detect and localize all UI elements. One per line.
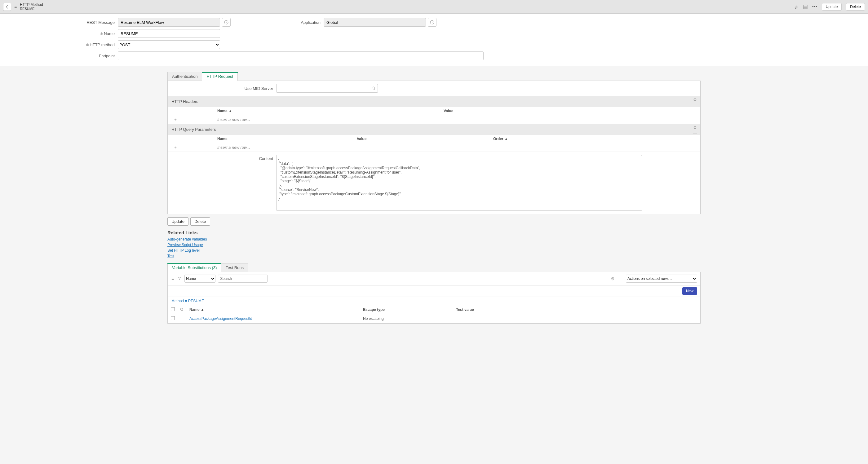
rest-message-label: REST Message bbox=[12, 20, 118, 25]
link-test[interactable]: Test bbox=[167, 253, 701, 259]
page-title: HTTP Method RESUME bbox=[20, 2, 43, 11]
endpoint-label: Endpoint bbox=[12, 54, 118, 58]
tab-variable-substitutions[interactable]: Variable Substitutions (3) bbox=[167, 263, 221, 272]
more-icon[interactable]: ••• bbox=[812, 4, 817, 9]
mid-server-label: Use MID Server bbox=[171, 86, 276, 91]
var-subs-panel: ≡ Name ⚙ — Actions on selected rows... N… bbox=[167, 272, 701, 323]
tab-http-request[interactable]: HTTP Request bbox=[202, 72, 238, 81]
row-checkbox[interactable] bbox=[171, 316, 175, 320]
query-col-value[interactable]: Value bbox=[357, 137, 493, 141]
headers-placeholder: Insert a new row... bbox=[183, 117, 250, 122]
col-escape-type[interactable]: Escape type bbox=[363, 307, 456, 312]
query-col-name[interactable]: Name bbox=[183, 137, 357, 141]
filter-icon[interactable] bbox=[177, 277, 182, 280]
http-tabs: Authentication HTTP Request bbox=[167, 72, 701, 81]
endpoint-field[interactable] bbox=[118, 52, 484, 60]
row-escape: No escaping bbox=[363, 316, 456, 321]
svg-point-9 bbox=[180, 308, 183, 311]
tab-test-runs[interactable]: Test Runs bbox=[221, 263, 248, 272]
search-input[interactable] bbox=[218, 275, 268, 283]
table-row[interactable]: AccessPackageAssignmentRequestId No esca… bbox=[168, 314, 700, 323]
add-query-icon[interactable]: + bbox=[168, 145, 183, 150]
mid-server-search-icon[interactable] bbox=[369, 84, 378, 93]
select-all-checkbox[interactable] bbox=[171, 307, 175, 311]
svg-point-7 bbox=[372, 87, 374, 89]
new-button[interactable]: New bbox=[682, 287, 697, 295]
collapse-icon[interactable]: — bbox=[693, 103, 697, 108]
update-button[interactable]: Update bbox=[167, 217, 188, 226]
menu-icon[interactable]: ≡ bbox=[14, 4, 17, 9]
form-top: REST Message i Application i ✱Name ✱HTTP… bbox=[0, 13, 868, 66]
svg-rect-0 bbox=[804, 5, 807, 9]
query-columns: Name Value Order ▲ bbox=[168, 135, 700, 143]
link-auto-generate[interactable]: Auto-generate variables bbox=[167, 237, 701, 242]
row-name[interactable]: AccessPackageAssignmentRequestId bbox=[189, 316, 363, 321]
list-breadcrumb[interactable]: Method = RESUME bbox=[168, 297, 700, 305]
search-field-select[interactable]: Name bbox=[184, 275, 215, 283]
query-col-order[interactable]: Order ▲ bbox=[493, 137, 543, 141]
content-textarea[interactable] bbox=[276, 155, 642, 211]
svg-line-8 bbox=[374, 89, 375, 90]
headers-col-name[interactable]: Name ▲ bbox=[183, 109, 444, 113]
delete-button-top[interactable]: Delete bbox=[846, 3, 865, 10]
col-name[interactable]: Name ▲ bbox=[189, 307, 363, 312]
top-icons: ••• Update Delete bbox=[794, 3, 865, 10]
query-insert-row[interactable]: + Insert a new row... bbox=[168, 143, 700, 152]
rest-message-info-icon[interactable]: i bbox=[222, 18, 230, 27]
gear-icon[interactable]: ⚙ bbox=[693, 125, 697, 130]
search-icon[interactable] bbox=[180, 308, 189, 311]
http-request-panel: Use MID Server HTTP Headers ⚙ — Name ▲ V… bbox=[167, 81, 701, 214]
update-button-top[interactable]: Update bbox=[822, 3, 842, 10]
http-headers-header: HTTP Headers ⚙ — bbox=[168, 96, 700, 107]
http-method-label: ✱HTTP method bbox=[12, 42, 118, 47]
name-label: ✱Name bbox=[12, 31, 118, 36]
query-params-header: HTTP Query Parameters ⚙ — bbox=[168, 124, 700, 135]
var-tabs: Variable Substitutions (3) Test Runs bbox=[167, 263, 701, 272]
top-bar: ≡ HTTP Method RESUME ••• Update Delete bbox=[0, 0, 868, 13]
activity-icon[interactable] bbox=[803, 4, 808, 9]
application-info-icon[interactable]: i bbox=[428, 18, 436, 27]
query-placeholder: Insert a new row... bbox=[183, 145, 250, 150]
attachment-icon[interactable] bbox=[794, 4, 799, 9]
gear-icon[interactable]: ⚙ bbox=[693, 97, 697, 102]
link-set-log-level[interactable]: Set HTTP Log level bbox=[167, 248, 701, 253]
collapse-icon[interactable]: — bbox=[693, 131, 697, 136]
svg-text:i: i bbox=[226, 21, 227, 24]
application-label: Application bbox=[255, 20, 323, 25]
related-links-heading: Related Links bbox=[167, 230, 701, 235]
related-links: Related Links Auto-generate variables Pr… bbox=[167, 230, 701, 259]
svg-text:i: i bbox=[432, 21, 432, 24]
col-test-value[interactable]: Test value bbox=[456, 307, 697, 312]
rest-message-field[interactable] bbox=[118, 18, 220, 27]
title-line1: HTTP Method bbox=[20, 2, 43, 7]
svg-line-10 bbox=[183, 310, 184, 311]
name-field[interactable] bbox=[118, 29, 220, 38]
list-menu-icon[interactable]: ≡ bbox=[171, 276, 175, 281]
delete-button[interactable]: Delete bbox=[190, 217, 210, 226]
headers-col-value[interactable]: Value bbox=[444, 109, 700, 113]
title-line2: RESUME bbox=[20, 7, 43, 11]
back-button[interactable] bbox=[3, 3, 11, 11]
collapse-icon[interactable]: — bbox=[618, 276, 623, 281]
headers-insert-row[interactable]: + Insert a new row... bbox=[168, 115, 700, 124]
tab-authentication[interactable]: Authentication bbox=[167, 72, 202, 81]
mid-server-field[interactable] bbox=[276, 84, 369, 93]
content-label: Content bbox=[168, 155, 276, 211]
http-method-select[interactable]: POST bbox=[118, 40, 220, 49]
link-preview-script[interactable]: Preview Script Usage bbox=[167, 242, 701, 248]
gear-icon[interactable]: ⚙ bbox=[610, 276, 615, 281]
add-header-icon[interactable]: + bbox=[168, 117, 183, 122]
headers-columns: Name ▲ Value bbox=[168, 107, 700, 115]
actions-select[interactable]: Actions on selected rows... bbox=[626, 275, 697, 283]
application-field[interactable] bbox=[323, 18, 426, 27]
